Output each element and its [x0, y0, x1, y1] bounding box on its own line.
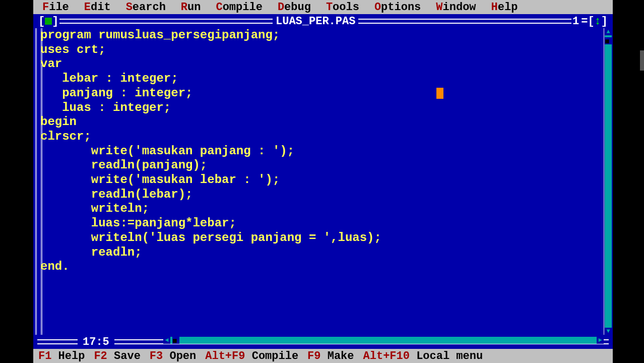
status-f1[interactable]: F1 Help	[38, 350, 85, 362]
scroll-up-arrow-icon[interactable]: ▲	[605, 28, 612, 35]
vertical-scrollbar[interactable]: ▲ ■ ▼	[605, 28, 612, 335]
editor-window: [] LUAS_PER.PAS 1 =[↕] program rumusluas…	[33, 14, 613, 349]
window-close-button[interactable]: []	[37, 15, 59, 28]
menu-file[interactable]: File	[42, 1, 69, 14]
status-alt-f10[interactable]: Alt+F10 Local menu	[363, 350, 483, 362]
status-f9[interactable]: F9 Make	[307, 350, 354, 362]
menu-edit[interactable]: Edit	[84, 1, 111, 14]
desktop-background	[613, 0, 644, 363]
menu-debug[interactable]: Debug	[278, 1, 311, 14]
code-editor[interactable]: program rumusluas_persegipanjang; uses c…	[40, 28, 604, 335]
menu-bar: FileEditSearchRunCompileDebugToolsOption…	[33, 0, 613, 14]
cursor-position: 17:5	[78, 336, 114, 348]
window-edge	[640, 50, 644, 71]
menu-run[interactable]: Run	[181, 1, 201, 14]
menu-search[interactable]: Search	[126, 1, 166, 14]
window-top-border: [] LUAS_PER.PAS 1 =[↕]	[37, 14, 609, 28]
window-number: 1	[571, 15, 580, 28]
horizontal-scrollbar[interactable]: ◄ ■ ►	[163, 337, 604, 344]
menu-tools[interactable]: Tools	[326, 1, 359, 14]
text-cursor	[436, 88, 443, 99]
scroll-right-arrow-icon[interactable]: ►	[597, 337, 604, 344]
hscroll-thumb[interactable]: ■	[172, 337, 179, 344]
status-alt-f9[interactable]: Alt+F9 Compile	[205, 350, 298, 362]
menu-window[interactable]: Window	[436, 1, 476, 14]
scroll-down-arrow-icon[interactable]: ▼	[605, 328, 612, 335]
status-bar: F1 HelpF2 SaveF3 OpenAlt+F9 CompileF9 Ma…	[33, 349, 613, 363]
status-f2[interactable]: F2 Save	[94, 350, 140, 362]
menu-options[interactable]: Options	[374, 1, 421, 14]
window-zoom-button[interactable]: =[↕]	[580, 15, 609, 28]
vscroll-thumb[interactable]: ■	[605, 37, 612, 44]
menu-compile[interactable]: Compile	[216, 1, 262, 14]
menu-help[interactable]: Help	[491, 1, 518, 14]
turbo-pascal-ide: FileEditSearchRunCompileDebugToolsOption…	[33, 0, 613, 363]
window-title: LUAS_PER.PAS	[273, 15, 358, 28]
scroll-left-arrow-icon[interactable]: ◄	[163, 337, 170, 344]
status-f3[interactable]: F3 Open	[150, 350, 196, 362]
